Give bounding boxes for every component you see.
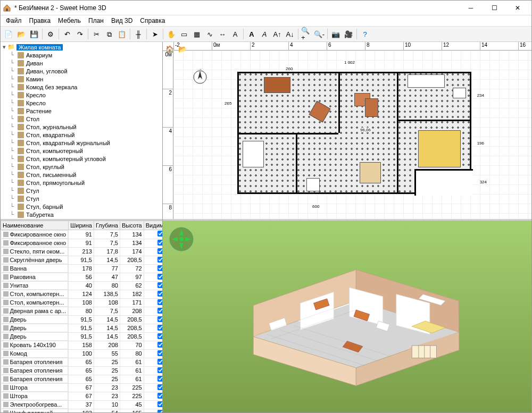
- column-header[interactable]: Ширина: [69, 221, 94, 230]
- visibility-checkbox[interactable]: [157, 333, 162, 339]
- table-row[interactable]: Электрообогрева...371045: [1, 400, 163, 409]
- catalog-item[interactable]: └Камин: [2, 75, 161, 83]
- catalog-item[interactable]: └Комод без зеркала: [2, 83, 161, 91]
- visibility-checkbox[interactable]: [157, 282, 162, 288]
- close-button[interactable]: ✕: [506, 1, 529, 15]
- catalog-item[interactable]: └Стул: [2, 195, 161, 203]
- table-row[interactable]: Раковина564797: [1, 273, 163, 281]
- visibility-checkbox[interactable]: [157, 274, 162, 280]
- table-row[interactable]: Батарея отопления652561: [1, 358, 163, 366]
- menu-мебель[interactable]: Мебель: [55, 16, 84, 25]
- table-row[interactable]: Унитаз408062: [1, 281, 163, 290]
- catalog-item[interactable]: └Стол, компьютерный: [2, 147, 161, 155]
- room-tool[interactable]: ▦: [191, 28, 203, 40]
- catalog-item[interactable]: └Растение: [2, 107, 161, 115]
- plan-levels-button[interactable]: 📂: [177, 43, 188, 55]
- table-row[interactable]: Штора6723225: [1, 392, 163, 400]
- furniture-table[interactable]: НаименованиеШиринаГлубинаВысотаВидимость…: [1, 221, 162, 412]
- house-3d-model[interactable]: [163, 221, 531, 412]
- table-row[interactable]: Дверная рама с ар...807,5208: [1, 307, 163, 315]
- text-tool[interactable]: A: [229, 28, 241, 40]
- catalog-item[interactable]: └Стол, прямоугольный: [2, 179, 161, 187]
- furniture-list[interactable]: НаименованиеШиринаГлубинаВысотаВидимость…: [1, 221, 162, 412]
- compass-icon[interactable]: N: [192, 69, 208, 85]
- help-button[interactable]: ?: [359, 28, 371, 40]
- new-button[interactable]: 📄: [3, 28, 14, 40]
- catalog-item[interactable]: └Стол, квадратный: [2, 131, 161, 139]
- visibility-checkbox[interactable]: [157, 308, 162, 314]
- table-row[interactable]: Стол, компьютерн...108108171: [1, 298, 163, 307]
- visibility-checkbox[interactable]: [157, 231, 162, 237]
- add-furniture-button[interactable]: ╫: [132, 28, 144, 40]
- photo-button[interactable]: 📷: [330, 28, 342, 40]
- column-header[interactable]: Наименование: [1, 221, 69, 230]
- column-header[interactable]: Глубина: [94, 221, 120, 230]
- menu-справка[interactable]: Справка: [137, 16, 168, 25]
- visibility-checkbox[interactable]: [157, 401, 162, 407]
- table-row[interactable]: Дверь91,514,5208,5: [1, 324, 163, 332]
- wall-tool[interactable]: ▭: [178, 28, 190, 40]
- minimize-button[interactable]: ─: [459, 1, 483, 15]
- table-row[interactable]: Скруглённая дверь91,514,5208,5: [1, 256, 163, 264]
- catalog-item[interactable]: └Стол, круглый: [2, 163, 161, 171]
- zoom-out-button[interactable]: 🔍-: [313, 28, 325, 40]
- text-bold[interactable]: A: [246, 28, 257, 40]
- plan-default-button[interactable]: 🏠: [164, 43, 176, 55]
- visibility-checkbox[interactable]: [157, 316, 162, 322]
- table-row[interactable]: Стол, компьютерн...124138,5182: [1, 290, 163, 298]
- catalog-item[interactable]: └Стол, журнальный: [2, 123, 161, 131]
- visibility-checkbox[interactable]: [157, 342, 162, 348]
- floorplan[interactable]: 1 002 260 265 600 324 96,06 196 234: [237, 72, 471, 194]
- table-row[interactable]: Батарея отопления652561: [1, 366, 163, 375]
- catalog-item[interactable]: └Табуретка: [2, 210, 161, 218]
- catalog-item[interactable]: └Диван: [2, 59, 161, 67]
- preferences-button[interactable]: ⚙: [45, 28, 56, 40]
- plan-view-2d[interactable]: 🏠 📂 -20м24681012141618 0м2468 N: [163, 42, 531, 221]
- menu-план[interactable]: План: [85, 16, 107, 25]
- visibility-checkbox[interactable]: [157, 240, 162, 246]
- redo-button[interactable]: ↷: [74, 28, 86, 40]
- visibility-checkbox[interactable]: [157, 384, 162, 390]
- catalog-item[interactable]: └Стул: [2, 187, 161, 195]
- video-button[interactable]: 🎥: [343, 28, 354, 40]
- maximize-button[interactable]: ☐: [483, 1, 506, 15]
- save-button[interactable]: 💾: [28, 28, 40, 40]
- catalog-item[interactable]: └Аквариум: [2, 51, 161, 59]
- paste-button[interactable]: 📋: [116, 28, 128, 40]
- select-tool[interactable]: ➤: [149, 28, 161, 40]
- table-row[interactable]: Дверь91,514,5208,5: [1, 332, 163, 341]
- copy-button[interactable]: ⧉: [103, 28, 115, 40]
- view-3d[interactable]: [163, 221, 531, 412]
- catalog-tree[interactable]: ▾ 📁 Жилая комната └Аквариум└Диван└Диван,…: [1, 42, 162, 221]
- table-row[interactable]: Фиксированное окно917,5134: [1, 230, 163, 239]
- visibility-checkbox[interactable]: [157, 367, 162, 373]
- visibility-checkbox[interactable]: [157, 350, 162, 356]
- catalog-item[interactable]: └Стол: [2, 115, 161, 123]
- undo-button[interactable]: ↶: [61, 28, 73, 40]
- visibility-checkbox[interactable]: [157, 410, 162, 413]
- visibility-checkbox[interactable]: [157, 299, 162, 305]
- text-bigger[interactable]: A↑: [271, 28, 283, 40]
- visibility-checkbox[interactable]: [157, 376, 162, 382]
- table-row[interactable]: Фиксированное окно917,5134: [1, 239, 163, 247]
- zoom-in-button[interactable]: 🔍+: [301, 28, 312, 40]
- menu-файл[interactable]: Файл: [3, 16, 25, 25]
- visibility-checkbox[interactable]: [157, 248, 162, 254]
- pan-tool[interactable]: ✋: [165, 28, 177, 40]
- table-row[interactable]: Штора6723225: [1, 383, 163, 392]
- plan-canvas[interactable]: N: [173, 50, 531, 219]
- visibility-checkbox[interactable]: [157, 359, 162, 365]
- visibility-checkbox[interactable]: [157, 265, 162, 271]
- polyline-tool[interactable]: ∿: [204, 28, 215, 40]
- catalog-category[interactable]: ▾ 📁 Жилая комната: [2, 43, 161, 51]
- cut-button[interactable]: ✂: [90, 28, 102, 40]
- catalog-item[interactable]: └Диван, угловой: [2, 67, 161, 75]
- text-italic[interactable]: A: [259, 28, 270, 40]
- catalog-item[interactable]: └Кресло: [2, 91, 161, 99]
- table-row[interactable]: Ванна1787772: [1, 264, 163, 273]
- menu-правка[interactable]: Правка: [26, 16, 54, 25]
- catalog-item[interactable]: └Стол, квадратный журнальный: [2, 139, 161, 147]
- table-row[interactable]: Батарея отопления652561: [1, 375, 163, 383]
- text-smaller[interactable]: A↓: [284, 28, 296, 40]
- visibility-checkbox[interactable]: [157, 325, 162, 331]
